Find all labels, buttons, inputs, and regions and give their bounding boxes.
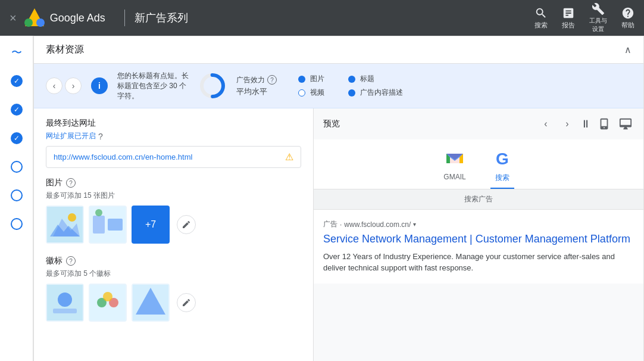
ad-preview-content: 广告 · www.fscloud.com.cn/ ▾ Service Netwo…	[314, 210, 643, 283]
metric-col-right: 标题 广告内容描述	[348, 74, 403, 98]
assets-header: 素材资源 ∧	[34, 36, 643, 64]
preview-pause-button[interactable]: ⏸	[580, 118, 591, 130]
ad-prefix-label: 广告	[323, 219, 337, 229]
sidebar-item-check1[interactable]: ✓	[5, 69, 29, 93]
app-name: Google Ads	[50, 12, 105, 24]
sidebar-item-circle1[interactable]	[5, 155, 29, 179]
search-icon	[534, 7, 548, 20]
info-text: 您的长标题有点短。长标题宜包含至少 30 个字符。	[117, 71, 189, 101]
assets-section: 素材资源 ∧ ‹ › i 您的长标题有点短。长标题宜包含至少 30 个字符。	[33, 36, 644, 361]
svg-point-19	[103, 292, 112, 301]
video-dot	[298, 89, 305, 97]
collapse-button[interactable]: ∧	[624, 44, 632, 55]
next-arrow-button[interactable]: ›	[65, 77, 82, 94]
url-extension-label[interactable]: 网址扩展已开启 ?	[46, 131, 301, 141]
effectiveness-help-icon[interactable]: ?	[267, 75, 277, 85]
sidebar-item-check3[interactable]: ✓	[5, 126, 29, 150]
gmail-icon	[443, 147, 467, 170]
metric-adcopy: 广告内容描述	[348, 88, 403, 98]
sidebar: 〜 ✓ ✓ ✓	[0, 36, 33, 361]
gmail-tab[interactable]: GMAIL	[443, 147, 467, 189]
wave-icon: 〜	[11, 45, 22, 60]
sidebar-item-circle2[interactable]	[5, 183, 29, 207]
search-tab[interactable]: G 搜索	[490, 147, 514, 189]
sidebar-item-circle3[interactable]	[5, 212, 29, 236]
tools-icon	[592, 2, 605, 15]
preview-header: 预览 ‹ › ⏸	[314, 108, 643, 139]
svg-text:G: G	[496, 150, 509, 168]
metric-image-label: 图片	[310, 74, 324, 84]
empty-circle-3	[11, 218, 23, 230]
svg-rect-10	[93, 216, 105, 234]
images-edit-button[interactable]	[177, 215, 196, 234]
image-thumb-2-svg	[90, 207, 126, 242]
svg-point-1	[36, 18, 45, 27]
search-header-button[interactable]: 搜索	[534, 7, 548, 30]
images-more-button[interactable]: +7	[132, 206, 170, 244]
logo-help-icon[interactable]: ?	[66, 256, 76, 266]
ad-type-bar: 搜索广告	[314, 189, 643, 210]
empty-circle-2	[11, 189, 23, 201]
image-thumb-1	[46, 206, 84, 244]
header-logo: Google Ads	[24, 7, 115, 29]
ad-title[interactable]: Service Network Management | Customer Ma…	[323, 232, 634, 247]
logo-thumb-2	[89, 284, 127, 322]
edit-icon-svg	[182, 220, 191, 229]
svg-point-7	[68, 213, 76, 222]
metric-video-label: 视频	[310, 88, 324, 98]
url-field[interactable]: http://www.fscloud.com.cn/en-home.html ⚠	[46, 146, 301, 168]
preview-controls: ‹ › ⏸	[537, 116, 634, 132]
images-count: 最多可添加 15 张图片	[46, 191, 301, 201]
main-layout: 〜 ✓ ✓ ✓ 素材	[0, 36, 644, 361]
close-button[interactable]: ×	[10, 11, 17, 25]
sidebar-item-wave[interactable]: 〜	[5, 41, 29, 64]
desktop-icon	[619, 117, 632, 130]
check-icon-2: ✓	[14, 105, 20, 114]
prev-arrow-button[interactable]: ‹	[46, 77, 62, 94]
url-extension-help-icon[interactable]: ?	[98, 132, 103, 141]
empty-circle-1	[11, 161, 23, 173]
effectiveness-text: 广告效力 ? 平均水平	[236, 75, 277, 97]
logo-title: 徽标	[46, 256, 62, 266]
check-icon-1: ✓	[14, 77, 20, 85]
desktop-preview-button[interactable]	[617, 116, 634, 132]
logo-header: 徽标 ?	[46, 256, 301, 266]
image-thumb-2	[89, 206, 127, 244]
svg-point-14	[58, 292, 72, 307]
search-tab-label: 搜索	[495, 173, 509, 183]
help-header-button[interactable]: 帮助	[621, 7, 634, 30]
logo-edit-button[interactable]	[177, 293, 196, 312]
metric-col-left: 图片 视频	[298, 74, 324, 98]
report-header-button[interactable]: 报告	[562, 7, 575, 30]
svg-rect-16	[90, 285, 126, 320]
images-help-icon[interactable]: ?	[66, 178, 76, 188]
logo-thumb-1-svg	[47, 285, 83, 320]
header-divider	[124, 10, 125, 26]
report-icon	[562, 7, 575, 20]
svg-point-12	[95, 209, 102, 216]
sidebar-item-check2[interactable]: ✓	[5, 98, 29, 122]
ad-url-dropdown-icon[interactable]: ▾	[413, 221, 416, 228]
logo-thumb-3	[132, 284, 170, 322]
logo-thumb-2-svg	[90, 285, 126, 320]
info-icon[interactable]: i	[91, 77, 108, 94]
preview-prev-button[interactable]: ‹	[537, 116, 554, 132]
images-section: 图片 ? 最多可添加 15 张图片	[46, 178, 301, 244]
logo-thumb-1	[46, 284, 84, 322]
images-grid: +7	[46, 206, 301, 244]
ad-description: Over 12 Years of Industry Experience. Ma…	[323, 251, 634, 274]
assets-title: 素材资源	[46, 43, 84, 56]
tools-header-button[interactable]: 工具与设置	[589, 2, 607, 33]
adcopy-dot	[348, 89, 355, 97]
logo-thumb-3-svg	[133, 285, 168, 320]
logo-count: 最多可添加 5 个徽标	[46, 269, 301, 279]
metric-image: 图片	[298, 74, 324, 84]
google-ads-logo-icon	[24, 7, 45, 29]
preview-next-button[interactable]: ›	[559, 116, 576, 132]
left-panel: 最终到达网址 网址扩展已开启 ? http://www.fscloud.com.…	[34, 108, 314, 361]
mobile-preview-button[interactable]	[596, 116, 612, 132]
svg-rect-11	[108, 219, 123, 231]
images-title: 图片	[46, 178, 62, 188]
progress-circle	[198, 71, 227, 100]
effectiveness-value: 平均水平	[236, 86, 277, 97]
